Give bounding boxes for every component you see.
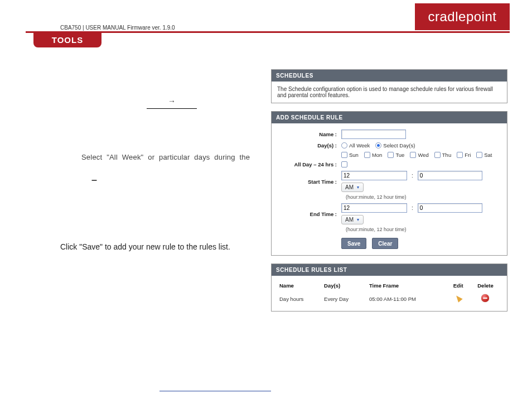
- config-column: SCHEDULES The Schedule configuration opt…: [271, 69, 507, 312]
- day-checkboxes: Sun Mon Tue Wed Thu Fri Sat: [341, 152, 501, 158]
- time-sep-icon: :: [409, 173, 415, 179]
- input-end-minute[interactable]: [418, 203, 482, 213]
- input-start-minute[interactable]: [418, 171, 482, 180]
- radio-all-week[interactable]: All Week: [341, 142, 370, 148]
- label-start-time: Start Time :: [277, 179, 341, 185]
- select-start-ampm[interactable]: AM ▾: [341, 183, 364, 192]
- instruction-dash: –: [91, 171, 255, 189]
- schedules-header: SCHEDULES: [272, 70, 507, 82]
- clear-button[interactable]: Clear: [372, 238, 398, 249]
- add-schedule-panel: ADD SCHEDULE RULE Name : Day(s) : All We…: [271, 111, 507, 256]
- table-row: Day hours Every Day 05:00 AM-11:00 PM: [277, 293, 501, 306]
- schedules-panel: SCHEDULES The Schedule configuration opt…: [271, 69, 507, 103]
- col-time: Time Frame: [367, 280, 447, 293]
- check-sat-label: Sat: [484, 152, 492, 158]
- label-name: Name :: [277, 131, 341, 137]
- check-sun[interactable]: Sun: [341, 152, 359, 158]
- label-end-time: End Time :: [277, 211, 341, 217]
- instruction-save: Click "Save" to add your new rule to the…: [60, 241, 255, 254]
- check-mon[interactable]: Mon: [364, 152, 382, 158]
- rules-table: Name Day(s) Time Frame Edit Delete Day h…: [277, 280, 501, 306]
- check-fri[interactable]: Fri: [457, 152, 471, 158]
- rules-list-panel: SCHEDULE RULES LIST Name Day(s) Time Fra…: [271, 264, 507, 312]
- checkbox-icon: [341, 152, 347, 158]
- check-mon-label: Mon: [372, 152, 382, 158]
- checkbox-icon: [364, 152, 370, 158]
- check-sat[interactable]: Sat: [476, 152, 492, 158]
- section-tab-tools: TOOLS: [33, 32, 101, 47]
- check-tue-label: Tue: [395, 152, 404, 158]
- checkbox-icon: [410, 152, 416, 158]
- cell-name: Day hours: [277, 293, 322, 306]
- doc-title: CBA750 | USER MANUAL Firmware ver. 1.9.0: [60, 25, 175, 31]
- edit-icon[interactable]: [454, 294, 462, 303]
- cell-days: Every Day: [322, 293, 367, 306]
- radio-all-week-label: All Week: [349, 142, 370, 148]
- brand-logo: cradlepoint: [415, 3, 510, 30]
- radio-dot-icon: [341, 142, 347, 148]
- check-thu-label: Thu: [442, 152, 451, 158]
- check-thu[interactable]: Thu: [434, 152, 451, 158]
- check-tue[interactable]: Tue: [388, 152, 404, 158]
- col-days: Day(s): [322, 280, 367, 293]
- add-schedule-header: ADD SCHEDULE RULE: [272, 112, 507, 123]
- checkbox-icon: [476, 152, 482, 158]
- instruction-days: Select "All Week" or particular days dur…: [81, 151, 255, 164]
- start-ampm-value: AM: [345, 184, 354, 190]
- check-fri-label: Fri: [465, 152, 471, 158]
- radio-select-days-label: Select Day(s): [383, 142, 415, 148]
- check-wed[interactable]: Wed: [410, 152, 428, 158]
- label-days: Day(s) :: [277, 142, 341, 148]
- hint-end-time: (hour:minute, 12 hour time): [346, 227, 501, 232]
- instruction-column: → Select "All Week" or particular days d…: [60, 73, 255, 262]
- radio-select-days[interactable]: Select Day(s): [375, 142, 415, 148]
- time-sep-icon: :: [409, 205, 415, 211]
- hint-start-time: (hour:minute, 12 hour time): [346, 194, 501, 200]
- input-start-hour[interactable]: [341, 171, 407, 180]
- dropdown-caret-icon: ▾: [355, 217, 361, 223]
- checkbox-icon: [434, 152, 441, 158]
- delete-icon[interactable]: [481, 294, 489, 302]
- footer-rule: [159, 391, 271, 391]
- cell-time: 05:00 AM-11:00 PM: [367, 293, 447, 306]
- select-end-ampm[interactable]: AM ▾: [341, 215, 364, 224]
- end-ampm-value: AM: [345, 217, 354, 223]
- checkbox-icon: [457, 152, 463, 158]
- save-button[interactable]: Save: [341, 238, 366, 249]
- radio-dot-selected-icon: [375, 142, 381, 148]
- col-delete: Delete: [470, 280, 501, 293]
- add-schedule-body: Name : Day(s) : All Week Select Day(s): [272, 123, 507, 255]
- col-name: Name: [277, 280, 322, 293]
- checkbox-icon: [341, 161, 347, 167]
- arrow-indicator: →: [147, 95, 197, 109]
- label-all-day: All Day – 24 hrs :: [277, 161, 341, 167]
- schedules-desc: The Schedule configuration option is use…: [272, 82, 507, 103]
- check-all-day[interactable]: [341, 161, 347, 167]
- check-wed-label: Wed: [418, 152, 428, 158]
- col-edit: Edit: [447, 280, 470, 293]
- input-end-hour[interactable]: [341, 203, 407, 213]
- input-name[interactable]: [341, 130, 406, 139]
- dropdown-caret-icon: ▾: [355, 184, 361, 191]
- rules-list-header: SCHEDULE RULES LIST: [272, 264, 507, 276]
- table-header-row: Name Day(s) Time Frame Edit Delete: [277, 280, 501, 293]
- check-sun-label: Sun: [349, 152, 359, 158]
- checkbox-icon: [388, 152, 394, 158]
